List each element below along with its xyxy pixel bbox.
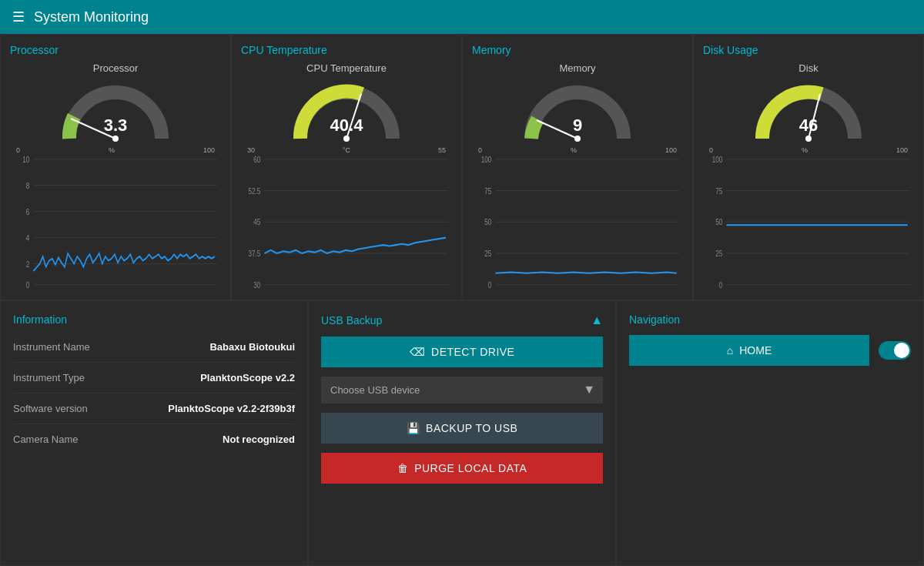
navigation-title: Navigation	[629, 313, 911, 326]
disk-chart-svg: 100 75 50 25 0 17:00:00 17:04:00 17:11:0…	[703, 154, 914, 290]
cpu-temp-chart-svg: 60 52.5 45 37.5 30 17:00:00 17:04:00 17:…	[241, 154, 452, 290]
svg-text:50: 50	[715, 217, 722, 226]
processor-chart-svg: 10 8 6 4 2 0 17:00:00 17:04:00 17:11:00	[10, 154, 221, 290]
processor-gauge-label: Processor	[93, 62, 139, 74]
memory-gauge-range: 0 % 100	[472, 146, 683, 154]
cpu-temp-card: CPU Temperature CPU Temperature 40.4 30 …	[231, 34, 462, 300]
svg-text:0: 0	[719, 280, 723, 290]
svg-text:0: 0	[26, 280, 30, 290]
processor-gauge-svg	[54, 77, 177, 146]
menu-icon[interactable]: ☰	[12, 8, 25, 25]
home-button[interactable]: ⌂ HOME	[629, 335, 869, 366]
bottom-row: Information Instrument Name Babaxu Bioto…	[0, 300, 924, 567]
app-title: System Monitoring	[34, 9, 149, 25]
cpu-temp-gauge: CPU Temperature 40.4	[241, 62, 452, 146]
navigation-panel: Navigation ⌂ HOME	[616, 300, 924, 567]
usb-icon: ⌫	[410, 346, 426, 358]
cpu-temp-gauge-value: 40.4	[330, 116, 363, 136]
svg-text:100: 100	[712, 155, 723, 164]
memory-gauge-svg	[516, 77, 639, 146]
info-row-instrument-name: Instrument Name Babaxu Biotoukui	[13, 332, 295, 363]
memory-gauge: Memory 9	[472, 62, 683, 146]
cpu-temp-gauge-range: 30 °C 55	[241, 146, 452, 154]
instrument-name-key: Instrument Name	[13, 341, 90, 353]
svg-text:45: 45	[253, 217, 260, 226]
chevron-up-icon[interactable]: ▲	[591, 313, 603, 327]
instrument-name-val: Babaxu Biotoukui	[209, 341, 295, 353]
cpu-temp-chart: 60 52.5 45 37.5 30 17:00:00 17:04:00 17:…	[241, 154, 452, 290]
navigation-toggle[interactable]	[879, 341, 911, 360]
info-row-software-version: Software version PlanktoScope v2.2-2f39b…	[13, 394, 295, 424]
disk-card-title: Disk Usage	[703, 44, 914, 56]
disk-gauge-value: 46	[799, 116, 818, 136]
svg-text:0: 0	[488, 280, 492, 290]
detect-drive-button[interactable]: ⌫ DETECT DRIVE	[321, 337, 603, 367]
info-row-camera-name: Camera Name Not recognized	[13, 424, 295, 454]
memory-card-title: Memory	[472, 44, 683, 56]
toggle-knob	[894, 343, 909, 358]
svg-text:50: 50	[484, 217, 491, 226]
processor-card: Processor Processor 3.3 0 % 100	[0, 34, 231, 300]
info-row-instrument-type: Instrument Type PlanktonScope v2.2	[13, 363, 295, 394]
camera-name-key: Camera Name	[13, 434, 79, 445]
svg-text:75: 75	[484, 186, 491, 195]
disk-gauge-label: Disk	[798, 62, 818, 74]
svg-line-32	[537, 120, 578, 139]
memory-chart-svg: 100 75 50 25 0 17:00:00 17:04:00 17:11:0…	[472, 154, 683, 290]
processor-gauge: Processor 3.3	[10, 62, 221, 146]
camera-name-val: Not recognized	[223, 434, 295, 445]
svg-text:8: 8	[26, 181, 30, 190]
disk-chart: 100 75 50 25 0 17:00:00 17:04:00 17:11:0…	[703, 154, 914, 290]
svg-text:100: 100	[481, 155, 492, 164]
home-icon: ⌂	[727, 344, 733, 357]
svg-text:25: 25	[715, 249, 722, 258]
save-icon: 💾	[407, 422, 420, 434]
processor-chart: 10 8 6 4 2 0 17:00:00 17:04:00 17:11:00	[10, 154, 221, 290]
svg-text:25: 25	[484, 249, 491, 258]
memory-chart: 100 75 50 25 0 17:00:00 17:04:00 17:11:0…	[472, 154, 683, 290]
cpu-temp-gauge-svg	[285, 77, 408, 146]
usb-device-select[interactable]: Choose USB device	[321, 377, 603, 404]
cpu-temp-card-title: CPU Temperature	[241, 44, 452, 56]
instrument-type-val: PlanktonScope v2.2	[200, 372, 295, 383]
memory-card: Memory Memory 9 0 % 100 10	[462, 34, 693, 300]
backup-label: BACKUP TO USB	[426, 422, 517, 434]
purge-label: PURGE LOCAL DATA	[414, 462, 527, 474]
trash-icon: 🗑	[397, 462, 409, 474]
usb-backup-title: USB Backup	[321, 314, 382, 327]
svg-text:37.5: 37.5	[249, 249, 261, 258]
svg-text:4: 4	[26, 233, 30, 242]
purge-local-data-button[interactable]: 🗑 PURGE LOCAL DATA	[321, 453, 603, 484]
svg-text:6: 6	[26, 207, 30, 216]
svg-point-18	[343, 136, 350, 142]
processor-gauge-value: 3.3	[104, 116, 128, 136]
svg-text:30: 30	[253, 280, 260, 290]
usb-select-wrapper: Choose USB device ▼	[321, 377, 603, 404]
svg-point-33	[574, 136, 581, 142]
usb-backup-header: USB Backup ▲	[321, 313, 603, 327]
home-label: HOME	[739, 344, 772, 357]
svg-text:2: 2	[26, 259, 30, 268]
backup-to-usb-button[interactable]: 💾 BACKUP TO USB	[321, 413, 603, 444]
svg-text:75: 75	[715, 186, 722, 195]
svg-point-1	[112, 136, 119, 142]
nav-row: ⌂ HOME	[629, 335, 911, 366]
detect-drive-label: DETECT DRIVE	[431, 346, 514, 358]
cpu-temp-gauge-label: CPU Temperature	[306, 62, 387, 74]
main-content: Processor Processor 3.3 0 % 100	[0, 34, 924, 566]
app-header: ☰ System Monitoring	[0, 0, 924, 34]
usb-backup-panel: USB Backup ▲ ⌫ DETECT DRIVE Choose USB d…	[308, 300, 616, 567]
instrument-type-key: Instrument Type	[13, 372, 85, 383]
disk-gauge-svg	[747, 77, 870, 146]
memory-gauge-value: 9	[573, 116, 582, 136]
svg-text:10: 10	[22, 155, 29, 164]
svg-text:52.5: 52.5	[249, 186, 261, 195]
disk-card: Disk Usage Disk 46 0 % 100	[693, 34, 924, 300]
memory-gauge-label: Memory	[560, 62, 596, 74]
software-version-key: Software version	[13, 403, 88, 414]
software-version-val: PlanktoScope v2.2-2f39b3f	[168, 403, 295, 414]
information-title: Information	[13, 313, 295, 326]
disk-gauge-range: 0 % 100	[703, 146, 914, 154]
processor-gauge-range: 0 % 100	[10, 146, 221, 154]
svg-text:60: 60	[253, 155, 260, 164]
